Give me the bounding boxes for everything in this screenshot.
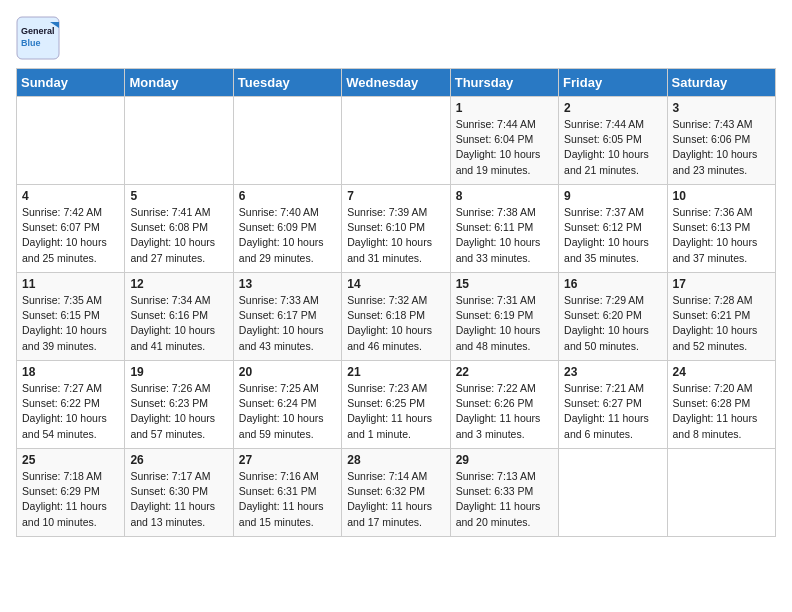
calendar-cell: 12Sunrise: 7:34 AM Sunset: 6:16 PM Dayli… [125, 273, 233, 361]
day-info: Sunrise: 7:44 AM Sunset: 6:04 PM Dayligh… [456, 117, 553, 178]
day-number: 22 [456, 365, 553, 379]
day-number: 26 [130, 453, 227, 467]
day-info: Sunrise: 7:28 AM Sunset: 6:21 PM Dayligh… [673, 293, 770, 354]
day-number: 3 [673, 101, 770, 115]
day-info: Sunrise: 7:26 AM Sunset: 6:23 PM Dayligh… [130, 381, 227, 442]
calendar-cell: 2Sunrise: 7:44 AM Sunset: 6:05 PM Daylig… [559, 97, 667, 185]
logo: General Blue [16, 16, 60, 60]
day-number: 16 [564, 277, 661, 291]
day-info: Sunrise: 7:41 AM Sunset: 6:08 PM Dayligh… [130, 205, 227, 266]
calendar-table: SundayMondayTuesdayWednesdayThursdayFrid… [16, 68, 776, 537]
day-number: 23 [564, 365, 661, 379]
weekday-header-wednesday: Wednesday [342, 69, 450, 97]
day-info: Sunrise: 7:13 AM Sunset: 6:33 PM Dayligh… [456, 469, 553, 530]
calendar-cell: 8Sunrise: 7:38 AM Sunset: 6:11 PM Daylig… [450, 185, 558, 273]
calendar-cell: 24Sunrise: 7:20 AM Sunset: 6:28 PM Dayli… [667, 361, 775, 449]
calendar-cell: 29Sunrise: 7:13 AM Sunset: 6:33 PM Dayli… [450, 449, 558, 537]
calendar-cell: 27Sunrise: 7:16 AM Sunset: 6:31 PM Dayli… [233, 449, 341, 537]
day-info: Sunrise: 7:18 AM Sunset: 6:29 PM Dayligh… [22, 469, 119, 530]
svg-text:General: General [21, 26, 55, 36]
calendar-cell: 17Sunrise: 7:28 AM Sunset: 6:21 PM Dayli… [667, 273, 775, 361]
day-info: Sunrise: 7:39 AM Sunset: 6:10 PM Dayligh… [347, 205, 444, 266]
day-info: Sunrise: 7:32 AM Sunset: 6:18 PM Dayligh… [347, 293, 444, 354]
day-number: 13 [239, 277, 336, 291]
day-number: 19 [130, 365, 227, 379]
day-info: Sunrise: 7:31 AM Sunset: 6:19 PM Dayligh… [456, 293, 553, 354]
day-number: 20 [239, 365, 336, 379]
calendar-cell: 14Sunrise: 7:32 AM Sunset: 6:18 PM Dayli… [342, 273, 450, 361]
calendar-cell: 18Sunrise: 7:27 AM Sunset: 6:22 PM Dayli… [17, 361, 125, 449]
day-info: Sunrise: 7:20 AM Sunset: 6:28 PM Dayligh… [673, 381, 770, 442]
calendar-cell: 21Sunrise: 7:23 AM Sunset: 6:25 PM Dayli… [342, 361, 450, 449]
day-number: 29 [456, 453, 553, 467]
calendar-cell: 11Sunrise: 7:35 AM Sunset: 6:15 PM Dayli… [17, 273, 125, 361]
day-info: Sunrise: 7:23 AM Sunset: 6:25 PM Dayligh… [347, 381, 444, 442]
weekday-header-saturday: Saturday [667, 69, 775, 97]
day-number: 4 [22, 189, 119, 203]
day-info: Sunrise: 7:36 AM Sunset: 6:13 PM Dayligh… [673, 205, 770, 266]
calendar-cell: 13Sunrise: 7:33 AM Sunset: 6:17 PM Dayli… [233, 273, 341, 361]
day-info: Sunrise: 7:16 AM Sunset: 6:31 PM Dayligh… [239, 469, 336, 530]
day-info: Sunrise: 7:22 AM Sunset: 6:26 PM Dayligh… [456, 381, 553, 442]
day-number: 5 [130, 189, 227, 203]
day-number: 28 [347, 453, 444, 467]
day-number: 6 [239, 189, 336, 203]
day-info: Sunrise: 7:34 AM Sunset: 6:16 PM Dayligh… [130, 293, 227, 354]
day-number: 21 [347, 365, 444, 379]
calendar-cell: 20Sunrise: 7:25 AM Sunset: 6:24 PM Dayli… [233, 361, 341, 449]
day-number: 10 [673, 189, 770, 203]
calendar-cell: 7Sunrise: 7:39 AM Sunset: 6:10 PM Daylig… [342, 185, 450, 273]
calendar-cell: 25Sunrise: 7:18 AM Sunset: 6:29 PM Dayli… [17, 449, 125, 537]
day-number: 18 [22, 365, 119, 379]
calendar-cell: 15Sunrise: 7:31 AM Sunset: 6:19 PM Dayli… [450, 273, 558, 361]
calendar-cell: 19Sunrise: 7:26 AM Sunset: 6:23 PM Dayli… [125, 361, 233, 449]
calendar-cell: 6Sunrise: 7:40 AM Sunset: 6:09 PM Daylig… [233, 185, 341, 273]
day-info: Sunrise: 7:21 AM Sunset: 6:27 PM Dayligh… [564, 381, 661, 442]
weekday-header-thursday: Thursday [450, 69, 558, 97]
day-number: 27 [239, 453, 336, 467]
day-number: 24 [673, 365, 770, 379]
calendar-cell [667, 449, 775, 537]
day-number: 25 [22, 453, 119, 467]
day-info: Sunrise: 7:38 AM Sunset: 6:11 PM Dayligh… [456, 205, 553, 266]
calendar-cell [233, 97, 341, 185]
day-number: 8 [456, 189, 553, 203]
day-number: 7 [347, 189, 444, 203]
day-info: Sunrise: 7:29 AM Sunset: 6:20 PM Dayligh… [564, 293, 661, 354]
day-info: Sunrise: 7:17 AM Sunset: 6:30 PM Dayligh… [130, 469, 227, 530]
day-number: 12 [130, 277, 227, 291]
calendar-cell: 10Sunrise: 7:36 AM Sunset: 6:13 PM Dayli… [667, 185, 775, 273]
day-info: Sunrise: 7:25 AM Sunset: 6:24 PM Dayligh… [239, 381, 336, 442]
day-info: Sunrise: 7:35 AM Sunset: 6:15 PM Dayligh… [22, 293, 119, 354]
day-info: Sunrise: 7:43 AM Sunset: 6:06 PM Dayligh… [673, 117, 770, 178]
calendar-cell: 4Sunrise: 7:42 AM Sunset: 6:07 PM Daylig… [17, 185, 125, 273]
day-number: 2 [564, 101, 661, 115]
day-number: 14 [347, 277, 444, 291]
calendar-cell [17, 97, 125, 185]
day-number: 1 [456, 101, 553, 115]
day-number: 17 [673, 277, 770, 291]
day-info: Sunrise: 7:37 AM Sunset: 6:12 PM Dayligh… [564, 205, 661, 266]
weekday-header-sunday: Sunday [17, 69, 125, 97]
weekday-header-friday: Friday [559, 69, 667, 97]
calendar-cell: 5Sunrise: 7:41 AM Sunset: 6:08 PM Daylig… [125, 185, 233, 273]
day-number: 11 [22, 277, 119, 291]
svg-text:Blue: Blue [21, 38, 41, 48]
calendar-cell: 3Sunrise: 7:43 AM Sunset: 6:06 PM Daylig… [667, 97, 775, 185]
header: General Blue [16, 16, 776, 60]
calendar-cell [125, 97, 233, 185]
day-info: Sunrise: 7:14 AM Sunset: 6:32 PM Dayligh… [347, 469, 444, 530]
day-number: 15 [456, 277, 553, 291]
day-info: Sunrise: 7:40 AM Sunset: 6:09 PM Dayligh… [239, 205, 336, 266]
calendar-cell: 9Sunrise: 7:37 AM Sunset: 6:12 PM Daylig… [559, 185, 667, 273]
calendar-cell: 23Sunrise: 7:21 AM Sunset: 6:27 PM Dayli… [559, 361, 667, 449]
day-info: Sunrise: 7:42 AM Sunset: 6:07 PM Dayligh… [22, 205, 119, 266]
day-info: Sunrise: 7:33 AM Sunset: 6:17 PM Dayligh… [239, 293, 336, 354]
day-number: 9 [564, 189, 661, 203]
calendar-cell [559, 449, 667, 537]
calendar-cell: 28Sunrise: 7:14 AM Sunset: 6:32 PM Dayli… [342, 449, 450, 537]
calendar-cell: 16Sunrise: 7:29 AM Sunset: 6:20 PM Dayli… [559, 273, 667, 361]
calendar-cell: 22Sunrise: 7:22 AM Sunset: 6:26 PM Dayli… [450, 361, 558, 449]
calendar-cell [342, 97, 450, 185]
calendar-cell: 1Sunrise: 7:44 AM Sunset: 6:04 PM Daylig… [450, 97, 558, 185]
